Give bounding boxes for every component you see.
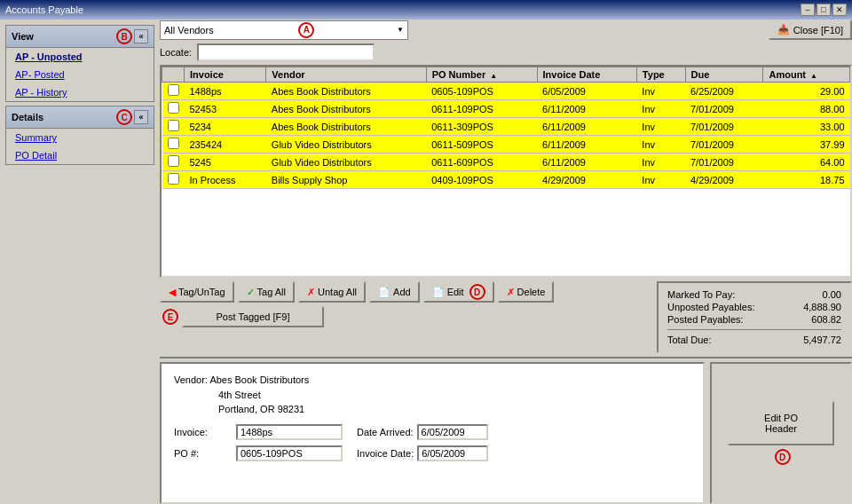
edit-annotation-d: D <box>469 284 485 300</box>
sidebar-item-ap-history[interactable]: AP - History <box>6 83 154 101</box>
sidebar-item-summary[interactable]: Summary <box>6 129 154 146</box>
edit-button[interactable]: 📄 Edit D <box>423 281 494 303</box>
vendor-cell: Abes Book Distributors <box>266 118 426 136</box>
date-arrived-input[interactable] <box>417 424 488 440</box>
row-checkbox-input[interactable] <box>168 155 179 167</box>
dropdown-arrow-icon: ▼ <box>397 26 404 34</box>
row-checkbox-input[interactable] <box>168 138 179 149</box>
table-row[interactable]: 5245 Glub Video Distributors 0611-609POS… <box>162 154 850 171</box>
posted-payables-label: Posted Payables: <box>667 314 744 325</box>
delete-button[interactable]: ✗ Delete <box>498 281 555 303</box>
po-detail-label: PO #: <box>174 448 236 459</box>
row-checkbox-input[interactable] <box>168 120 179 131</box>
summary-divider <box>667 329 841 330</box>
table-row[interactable]: 52453 Abes Book Distributors 0611-109POS… <box>162 100 850 118</box>
vendor-cell: Abes Book Distributors <box>266 83 426 100</box>
due-cell: 7/01/2009 <box>685 136 763 154</box>
po-number-cell: 0611-309POS <box>426 118 537 136</box>
view-collapse-icon[interactable]: « <box>134 29 148 43</box>
row-checkbox-input[interactable] <box>168 84 179 96</box>
row-checkbox-input[interactable] <box>168 173 179 185</box>
vendor-col-header[interactable]: Vendor <box>266 67 426 83</box>
locate-input[interactable] <box>197 43 375 61</box>
title-bar-text: Accounts Payable <box>5 4 83 15</box>
details-section: Details C « Summary PO Detail <box>5 106 154 165</box>
tag-all-button[interactable]: ✓ Tag All <box>238 281 295 303</box>
tag-untag-button[interactable]: ◀ Tag/UnTag <box>160 281 234 303</box>
invoice-col-header[interactable]: Invoice <box>185 67 266 83</box>
due-cell: 7/01/2009 <box>685 100 763 118</box>
invoice-date-label: Invoice Date: <box>357 448 414 459</box>
vendor-select-container: All Vendors A ▼ <box>160 20 408 40</box>
middle-row: ◀ Tag/UnTag ✓ Tag All ✗ Untag All 📄 Add <box>160 281 852 353</box>
edit-po-container: Edit PO Header D <box>710 362 852 504</box>
vendor-dropdown[interactable]: All Vendors A ▼ <box>160 20 408 40</box>
row-checkbox[interactable] <box>162 136 185 154</box>
table-row[interactable]: 235424 Glub Video Distributors 0611-509P… <box>162 136 850 154</box>
row-checkbox[interactable] <box>162 118 185 136</box>
table-row[interactable]: 5234 Abes Book Distributors 0611-309POS … <box>162 118 850 136</box>
close-icon: 📥 <box>777 24 790 35</box>
view-section: View B « AP - Unposted AP- Posted AP - H… <box>5 25 154 102</box>
invoice-cell: In Process <box>185 171 266 189</box>
close-window-button[interactable]: ✕ <box>832 4 847 16</box>
right-content: All Vendors A ▼ 📥 Close [F10] Locate: <box>160 20 852 504</box>
row-checkbox[interactable] <box>162 171 185 189</box>
posted-payables-row: Posted Payables: 608.82 <box>667 313 841 326</box>
add-button[interactable]: 📄 Add <box>369 281 420 303</box>
scroll-up-icon[interactable]: ▲ <box>810 72 817 80</box>
total-due-row: Total Due: 5,497.72 <box>667 334 841 346</box>
invoice-date-col-header[interactable]: Invoice Date <box>537 67 636 83</box>
row-checkbox[interactable] <box>162 83 185 100</box>
invoice-date-cell: 6/11/2009 <box>537 136 636 154</box>
amount-col-header[interactable]: Amount ▲ <box>763 67 850 83</box>
amount-cell: 37.99 <box>763 136 850 154</box>
table-row[interactable]: 1488ps Abes Book Distributors 0605-109PO… <box>162 83 850 100</box>
due-cell: 4/29/2009 <box>685 171 763 189</box>
close-button[interactable]: 📥 Close [F10] <box>769 20 852 40</box>
table-row[interactable]: In Process Bills Supply Shop 0409-109POS… <box>162 171 850 189</box>
bottom-section: Vendor: Abes Book Distributors 4th Stree… <box>160 362 852 504</box>
details-collapse-icon[interactable]: « <box>134 110 148 124</box>
total-due-value: 5,497.72 <box>788 335 841 345</box>
amount-cell: 29.00 <box>763 83 850 100</box>
marked-to-pay-row: Marked To Pay: 0.00 <box>667 288 841 301</box>
invoice-date-cell: 6/11/2009 <box>537 154 636 171</box>
invoice-date-cell: 4/29/2009 <box>537 171 636 189</box>
invoice-date-input[interactable] <box>417 445 488 461</box>
left-panel: View B « AP - Unposted AP- Posted AP - H… <box>0 20 160 504</box>
invoice-detail-label: Invoice: <box>174 427 236 437</box>
po-number-cell: 0409-109POS <box>426 171 537 189</box>
amount-cell: 88.00 <box>763 100 850 118</box>
sidebar-item-ap-posted[interactable]: AP- Posted <box>6 66 154 83</box>
maximize-button[interactable]: □ <box>816 4 831 16</box>
vendor-detail-label: Vendor: <box>174 374 208 385</box>
untag-all-button[interactable]: ✗ Untag All <box>298 281 366 303</box>
vendor-annotation-a: A <box>298 22 314 38</box>
amount-cell: 18.75 <box>763 171 850 189</box>
row-checkbox[interactable] <box>162 154 185 171</box>
minimize-button[interactable]: – <box>801 4 815 16</box>
edit-icon: 📄 <box>432 287 445 298</box>
marked-to-pay-value: 0.00 <box>788 289 841 300</box>
edit-po-header-button[interactable]: Edit PO Header <box>728 401 834 445</box>
marked-to-pay-label: Marked To Pay: <box>667 289 735 300</box>
due-col-header[interactable]: Due <box>685 67 763 83</box>
vendor-cell: Glub Video Distributors <box>266 136 426 154</box>
invoice-detail-input[interactable] <box>236 424 343 440</box>
type-cell: Inv <box>636 83 685 100</box>
unposted-payables-label: Unposted Payables: <box>667 302 754 312</box>
post-tagged-button[interactable]: Post Tagged [F9] <box>182 306 324 327</box>
type-col-header[interactable]: Type <box>636 67 685 83</box>
po-number-col-header[interactable]: PO Number ▲ <box>426 67 537 83</box>
amount-cell: 33.00 <box>763 118 850 136</box>
row-checkbox-input[interactable] <box>168 102 179 114</box>
vendor-cell: Abes Book Distributors <box>266 100 426 118</box>
due-cell: 7/01/2009 <box>685 118 763 136</box>
row-checkbox[interactable] <box>162 100 185 118</box>
invoice-detail-row: Invoice: Date Arrived: <box>174 424 690 440</box>
buttons-area: ◀ Tag/UnTag ✓ Tag All ✗ Untag All 📄 Add <box>160 281 651 327</box>
sidebar-item-ap-unposted[interactable]: AP - Unposted <box>6 48 154 66</box>
po-detail-input[interactable] <box>236 445 343 461</box>
sidebar-item-po-detail[interactable]: PO Detail <box>6 146 154 164</box>
